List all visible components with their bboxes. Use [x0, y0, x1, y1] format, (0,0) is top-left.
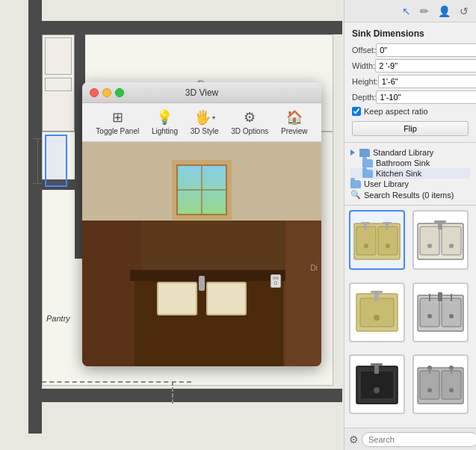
svg-rect-6	[383, 222, 392, 224]
svg-point-27	[427, 314, 432, 318]
folder-open-icon	[359, 149, 370, 157]
library-item-bathroom[interactable]: Bathroom Sink	[350, 158, 470, 168]
3doptions-label: 3D Options	[231, 127, 268, 135]
svg-rect-40	[451, 368, 452, 374]
maximize-button[interactable]	[115, 88, 124, 97]
lighting-label: Lighting	[152, 127, 178, 135]
pantry-label: Pantry	[46, 314, 70, 323]
aspect-ratio-row: Keep aspect ratio	[352, 107, 469, 116]
sink-thumb-1-svg	[353, 216, 401, 265]
offset-input[interactable]	[376, 43, 476, 57]
sink-thumb-4-svg	[416, 288, 465, 336]
window-titlebar: 3D View	[82, 82, 321, 103]
minimize-button[interactable]	[102, 88, 111, 97]
width-label: Width:	[352, 61, 375, 70]
library-item-standard[interactable]: Standard Library	[350, 147, 470, 158]
scene-outlet	[271, 274, 281, 288]
sink-thumb-2-svg	[416, 216, 465, 265]
refresh-icon[interactable]: ↺	[460, 5, 469, 17]
folder-icon-kitchen	[362, 170, 373, 178]
lighting-icon: 💡	[156, 109, 173, 126]
width-row: Width:	[352, 59, 469, 73]
folder-icon-user	[350, 180, 361, 188]
sink-thumb-4[interactable]	[412, 283, 469, 342]
svg-point-41	[427, 388, 432, 392]
sink-thumb-5-svg	[353, 360, 401, 409]
pencil-icon[interactable]: ✏	[420, 5, 429, 17]
3d-view-window: 3D View ⊞ Toggle Panel 💡 Lighting 🖐 ▾ 3D…	[82, 82, 321, 366]
svg-point-28	[449, 314, 454, 318]
height-input[interactable]	[378, 75, 476, 88]
search-input[interactable]	[362, 432, 476, 447]
section-title: Sink Dimensions	[352, 28, 469, 39]
floor-plan-area: Pantry 30 Sty @ 3D View ⊞ Toggle Panel 💡…	[0, 0, 344, 450]
svg-rect-1	[356, 226, 376, 255]
width-input[interactable]	[375, 59, 476, 73]
svg-rect-32	[371, 363, 383, 366]
preview-button[interactable]: 🏠 Preview	[276, 107, 312, 138]
svg-rect-22	[420, 298, 439, 327]
svg-rect-17	[360, 298, 394, 327]
sink-thumb-2[interactable]	[412, 210, 469, 270]
toggle-panel-button[interactable]: ⊞ Toggle Panel	[91, 107, 143, 138]
depth-input[interactable]	[376, 90, 476, 104]
sink-thumb-1[interactable]	[349, 210, 405, 270]
bathroom-sink-label: Bathroom Sink	[376, 158, 430, 167]
cursor-icon[interactable]: ↖	[402, 5, 411, 17]
scene-sink	[157, 276, 247, 317]
svg-point-42	[449, 388, 454, 392]
3doptions-button[interactable]: ⚙ 3D Options	[226, 107, 273, 138]
scene-left-wall	[82, 221, 142, 366]
sink-thumb-6[interactable]	[412, 354, 469, 414]
svg-point-15	[449, 244, 454, 248]
wall-bottom	[28, 389, 342, 402]
flip-button[interactable]: Flip	[352, 121, 469, 136]
svg-rect-19	[371, 291, 383, 293]
svg-rect-11	[442, 226, 461, 255]
offset-label: Offset:	[352, 46, 376, 55]
sink-thumb-3[interactable]	[349, 283, 405, 342]
settings-gear-icon[interactable]: ⚙	[349, 434, 359, 446]
svg-rect-38	[429, 368, 430, 374]
keep-aspect-label: Keep aspect ratio	[364, 107, 428, 116]
svg-point-8	[386, 244, 390, 248]
library-item-user[interactable]: User Library	[350, 179, 470, 189]
close-button[interactable]	[90, 88, 99, 97]
keep-aspect-checkbox[interactable]	[352, 107, 361, 116]
bottom-bar: ⚙	[344, 428, 476, 450]
expand-icon	[350, 150, 355, 155]
preview-label: Preview	[281, 127, 308, 135]
3doptions-icon: ⚙	[244, 109, 256, 126]
svg-rect-36	[442, 371, 461, 399]
toggle-panel-label: Toggle Panel	[96, 127, 139, 135]
selected-sink-location[interactable]	[45, 135, 67, 187]
library-item-kitchen[interactable]: Kitchen Sink	[350, 168, 470, 179]
dashed-line-v	[172, 381, 173, 404]
traffic-lights	[90, 88, 124, 97]
svg-point-7	[364, 244, 368, 248]
preview-icon: 🏠	[286, 109, 303, 126]
cabinet-top-inner	[45, 37, 72, 75]
lighting-button[interactable]: 💡 Lighting	[147, 107, 182, 138]
search-results-label: Search Results (0 items)	[364, 191, 454, 200]
3dstyle-button[interactable]: 🖐 ▾ 3D Style	[186, 107, 223, 138]
cabinet-top-inner2	[45, 78, 72, 91]
svg-point-20	[374, 315, 380, 321]
sink-basin-right	[206, 282, 247, 315]
height-label: Height:	[352, 77, 378, 86]
toggle-panel-icon: ⊞	[112, 109, 123, 126]
person-icon[interactable]: 👤	[438, 5, 451, 17]
scene-window	[172, 160, 232, 220]
window-title: 3D View	[185, 87, 218, 98]
svg-rect-13	[434, 221, 446, 223]
viewport-text: Di	[311, 264, 318, 272]
svg-rect-30	[360, 371, 394, 399]
sink-dimensions-section: Sink Dimensions Offset: Width: Height: D…	[344, 22, 476, 143]
sink-thumb-5[interactable]	[349, 354, 405, 414]
standard-library-label: Standard Library	[373, 148, 433, 157]
svg-point-33	[374, 387, 380, 393]
svg-rect-2	[378, 226, 398, 255]
thumbnails-grid	[344, 206, 476, 428]
dim-line-bottom	[33, 183, 42, 184]
dashed-line	[42, 381, 191, 383]
